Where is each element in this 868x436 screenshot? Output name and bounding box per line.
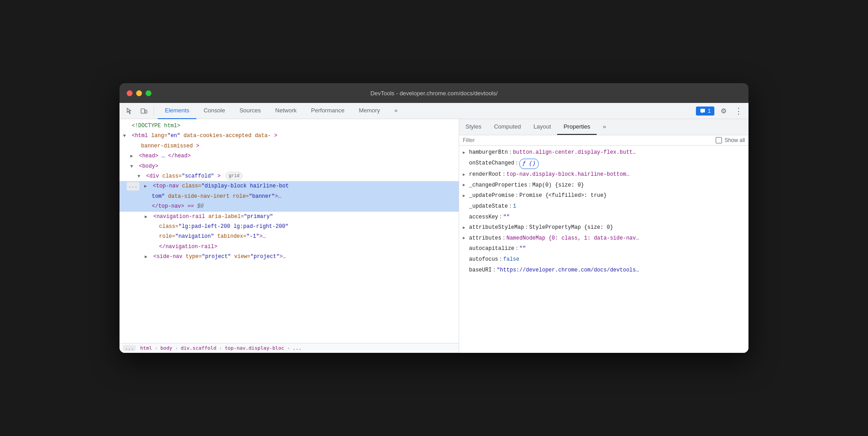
- breadcrumb-topnav[interactable]: top-nav.display-bloc: [225, 345, 284, 351]
- html-banner: banner-dismissed: [141, 143, 193, 149]
- tab-network[interactable]: Network: [268, 103, 304, 119]
- prop-key-updateState: _updateState: [469, 202, 508, 212]
- tree-top-nav[interactable]: ... <top-nav class="display-block hairli…: [120, 181, 459, 191]
- right-tab-computed[interactable]: Computed: [487, 119, 527, 135]
- arrow-nav-rail[interactable]: [145, 213, 150, 221]
- prop-val-autocapitalize: "": [519, 244, 526, 254]
- prop-val-updatePromise: Promise {<fulfilled>: true}: [519, 191, 607, 201]
- tab-performance[interactable]: Performance: [304, 103, 351, 119]
- side-nav-open: <side-nav: [153, 254, 182, 260]
- arrow-top-nav[interactable]: [144, 182, 150, 190]
- top-nav-role-val: "banner": [249, 193, 275, 200]
- prop-row-attributes[interactable]: attributes : NamedNodeMap {0: class, 1: …: [459, 233, 748, 244]
- prop-colon-12: :: [492, 266, 496, 276]
- prop-key-autofocus: autofocus: [469, 255, 498, 265]
- side-nav-arrow: >…: [279, 254, 286, 260]
- settings-button[interactable]: ⚙: [717, 105, 730, 117]
- html-tag-open: <html: [132, 133, 148, 139]
- device-toolbar-button[interactable]: [137, 105, 150, 117]
- tab-elements[interactable]: Elements: [158, 103, 196, 119]
- prop-row-accessKey[interactable]: accessKey : "": [459, 212, 748, 223]
- more-options-icon: ⋮: [735, 106, 743, 116]
- scaffold-class-val: "scaffold": [182, 173, 214, 179]
- notification-button[interactable]: 1: [696, 107, 714, 116]
- tree-head[interactable]: <head> … </head>: [120, 151, 459, 161]
- prop-row-changedProperties[interactable]: _changedProperties : Map(0) {size: 0}: [459, 180, 748, 191]
- prop-row-onStateChanged[interactable]: onStateChanged : ƒ (): [459, 158, 748, 170]
- breadcrumb-ellipsis[interactable]: ...: [123, 345, 136, 351]
- breadcrumb-more[interactable]: ...: [292, 345, 301, 351]
- maximize-button[interactable]: [146, 90, 151, 96]
- arrow-scaffold[interactable]: [137, 173, 143, 180]
- more-options-button[interactable]: ⋮: [732, 105, 745, 117]
- arrow-html[interactable]: [123, 132, 128, 140]
- tree-nav-rail[interactable]: <navigation-rail aria-label="primary": [120, 212, 459, 222]
- right-tab-more[interactable]: »: [597, 119, 612, 135]
- dom-tree[interactable]: <!DOCTYPE html> <html lang="en" data-coo…: [120, 119, 459, 343]
- prop-toggle-renderRoot[interactable]: [463, 171, 468, 178]
- prop-row-autocapitalize[interactable]: autocapitalize : "": [459, 244, 748, 254]
- prop-row-hamburgerBtn[interactable]: hamburgerBtn : button.align-center.displ…: [459, 147, 748, 158]
- breadcrumb-html[interactable]: html: [140, 345, 152, 351]
- properties-list[interactable]: hamburgerBtn : button.align-center.displ…: [459, 146, 748, 353]
- tree-scaffold[interactable]: <div class="scaffold" > grid: [120, 171, 459, 181]
- prop-colon-10: :: [515, 244, 518, 254]
- prop-toggle-updatePromise[interactable]: [463, 192, 468, 200]
- minimize-button[interactable]: [136, 90, 142, 96]
- breadcrumb-sep-2: ›: [175, 345, 178, 351]
- scaffold-badge: grid: [226, 172, 243, 180]
- show-all-text: Show all: [725, 137, 745, 143]
- tab-sources[interactable]: Sources: [232, 103, 268, 119]
- tree-body[interactable]: <body>: [120, 161, 459, 171]
- prop-key-autocapitalize: autocapitalize: [469, 244, 514, 254]
- side-nav-type: type=: [186, 254, 202, 260]
- prop-toggle-attributeStyleMap[interactable]: [463, 224, 468, 231]
- show-all-checkbox[interactable]: [716, 137, 722, 143]
- tree-doctype[interactable]: <!DOCTYPE html>: [120, 121, 459, 131]
- breadcrumb-scaffold[interactable]: div.scaffold: [181, 345, 216, 351]
- right-tab-layout[interactable]: Layout: [527, 119, 557, 135]
- prop-row-updateState[interactable]: _updateState : 1: [459, 201, 748, 212]
- prop-toggle-attributes[interactable]: [463, 235, 468, 242]
- head-open: <head>: [139, 153, 158, 159]
- right-tab-styles[interactable]: Styles: [459, 119, 487, 135]
- prop-colon-8: :: [525, 223, 528, 233]
- close-button[interactable]: [127, 90, 133, 96]
- prop-row-updatePromise[interactable]: _updatePromise : Promise {<fulfilled>: t…: [459, 191, 748, 201]
- tree-nav-rail-cont: class="lg:pad-left-200 lg:pad-right-200": [120, 222, 459, 231]
- tree-side-nav[interactable]: <side-nav type="project" view="project">…: [120, 252, 459, 262]
- prop-val-baseURI: "https://developer.chrome.com/docs/devto…: [497, 266, 639, 276]
- top-nav-class-val2: tom": [152, 193, 165, 200]
- doctype-text: <!DOCTYPE html>: [132, 123, 180, 129]
- tree-ellipsis-btn[interactable]: ...: [127, 182, 139, 191]
- filter-input[interactable]: [463, 137, 716, 143]
- breadcrumb-sep-1: ›: [155, 345, 158, 351]
- inspect-element-button[interactable]: [123, 105, 136, 117]
- arrow-body[interactable]: [130, 163, 136, 170]
- tree-html[interactable]: <html lang="en" data-cookies-accepted da…: [120, 131, 459, 141]
- show-all-label[interactable]: Show all: [716, 137, 745, 143]
- tab-console[interactable]: Console: [196, 103, 232, 119]
- top-nav-open: <top-nav: [153, 183, 179, 189]
- nav-rail-role-attr: role=: [159, 233, 175, 240]
- prop-toggle-changedProperties[interactable]: [463, 182, 468, 189]
- arrow-side-nav[interactable]: [145, 253, 150, 261]
- arrow-head[interactable]: [130, 152, 136, 160]
- nav-rail-open: <navigation-rail: [153, 214, 205, 220]
- nav-rail-close-tag: </navigation-rail>: [159, 244, 217, 250]
- prop-key-updatePromise: _updatePromise: [469, 191, 514, 201]
- scaffold-tag-open: <div: [146, 173, 159, 179]
- main-content: <!DOCTYPE html> <html lang="en" data-coo…: [120, 119, 748, 353]
- prop-row-renderRoot[interactable]: renderRoot : top-nav.display-block.hairl…: [459, 169, 748, 180]
- title-bar: DevTools - developer.chrome.com/docs/dev…: [120, 83, 748, 103]
- prop-toggle-hamburgerBtn[interactable]: [463, 149, 468, 156]
- prop-row-attributeStyleMap[interactable]: attributeStyleMap : StylePropertyMap {si…: [459, 222, 748, 233]
- prop-row-autofocus[interactable]: autofocus : false: [459, 254, 748, 265]
- tab-memory[interactable]: Memory: [352, 103, 387, 119]
- tab-more[interactable]: »: [387, 103, 405, 119]
- svg-rect-1: [145, 110, 147, 113]
- prop-row-baseURI[interactable]: baseURI : "https://developer.chrome.com/…: [459, 265, 748, 276]
- breadcrumb-body[interactable]: body: [160, 345, 173, 351]
- prop-key-renderRoot: renderRoot: [469, 170, 501, 180]
- right-tab-properties[interactable]: Properties: [557, 119, 596, 135]
